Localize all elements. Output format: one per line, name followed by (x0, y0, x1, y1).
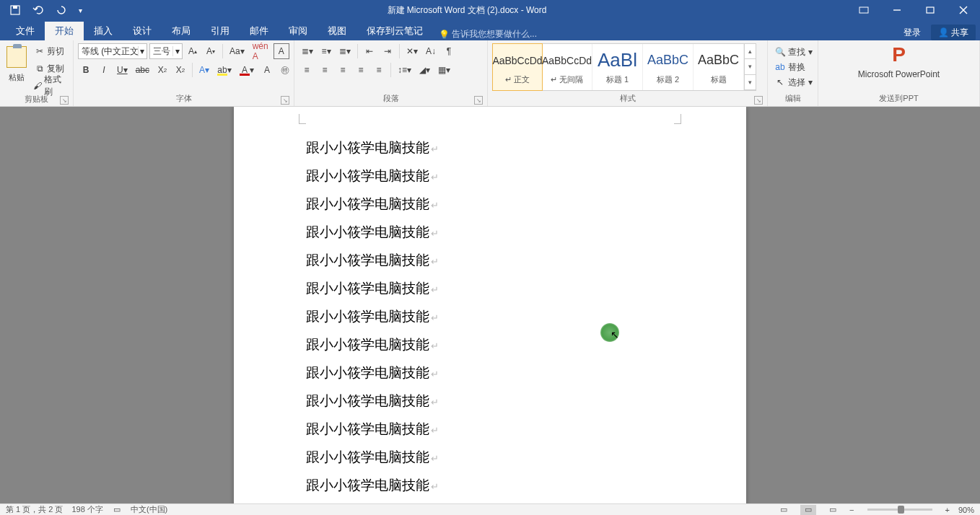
shrink-font-button[interactable]: A▾ (203, 43, 219, 59)
style-normal[interactable]: AaBbCcDd↵ 正文 (492, 43, 543, 91)
superscript-button[interactable]: X2 (172, 62, 188, 78)
decrease-indent-button[interactable]: ⇤ (362, 43, 377, 59)
styles-gallery[interactable]: AaBbCcDd↵ 正文 AaBbCcDd↵ 无间隔 AaBl标题 1 AaBb… (492, 43, 756, 91)
style-no-spacing[interactable]: AaBbCcDd↵ 无间隔 (542, 44, 592, 90)
sort-button[interactable]: A↓ (423, 43, 439, 59)
read-mode-button[interactable]: ▭ (776, 505, 792, 515)
document-content[interactable]: 跟小小筱学电脑技能↵跟小小筱学电脑技能↵跟小小筱学电脑技能↵跟小小筱学电脑技能↵… (234, 107, 746, 503)
document-line[interactable]: 跟小小筱学电脑技能↵ (306, 472, 674, 500)
tab-insert[interactable]: 插入 (84, 22, 123, 40)
styles-dialog-launcher-icon[interactable]: ↘ (754, 96, 763, 105)
tab-review[interactable]: 审阅 (279, 22, 318, 40)
document-line[interactable]: 跟小小筱学电脑技能↵ (306, 303, 674, 331)
phonetic-guide-button[interactable]: wénA (250, 43, 271, 59)
format-painter-button[interactable]: 🖌格式刷 (30, 78, 69, 94)
style-heading2[interactable]: AaBbC标题 2 (643, 44, 694, 90)
align-left-button[interactable]: ≡ (299, 62, 315, 78)
text-direction-button[interactable]: ✕▾ (403, 43, 421, 59)
italic-button[interactable]: I (96, 62, 112, 78)
enclose-char-button[interactable]: ㊕ (277, 62, 293, 78)
paste-button[interactable]: 粘贴 (4, 43, 28, 91)
web-layout-button[interactable]: ▭ (825, 505, 841, 515)
tab-design[interactable]: 设计 (123, 22, 162, 40)
change-case-button[interactable]: Aa▾ (227, 43, 248, 59)
tab-save-cloud[interactable]: 保存到云笔记 (356, 22, 433, 40)
font-size-select[interactable]: 三号▾ (149, 43, 183, 59)
document-line[interactable]: 跟小小筱学电脑技能↵ (306, 190, 674, 219)
character-border-button[interactable]: A (274, 43, 289, 59)
font-dialog-launcher-icon[interactable]: ↘ (281, 96, 289, 105)
text-effects-button[interactable]: A▾ (196, 62, 212, 78)
highlight-button[interactable]: ab▾ (214, 62, 235, 78)
share-button[interactable]: 👤 共享 (931, 25, 976, 40)
zoom-out-button[interactable]: − (849, 506, 854, 514)
tab-references[interactable]: 引用 (201, 22, 240, 40)
borders-button[interactable]: ▦▾ (435, 62, 453, 78)
numbering-button[interactable]: ≡▾ (318, 43, 334, 59)
print-layout-button[interactable]: ▭ (800, 505, 816, 515)
grow-font-button[interactable]: A▴ (185, 43, 201, 59)
save-icon[interactable] (4, 1, 26, 19)
document-line[interactable]: 跟小小筱学电脑技能↵ (306, 219, 674, 247)
minimize-icon[interactable] (880, 0, 914, 20)
distribute-button[interactable]: ≡ (371, 62, 387, 78)
clipboard-dialog-launcher-icon[interactable]: ↘ (60, 96, 69, 105)
align-right-button[interactable]: ≡ (335, 62, 351, 78)
zoom-in-button[interactable]: + (945, 506, 950, 514)
tab-home[interactable]: 开始 (45, 22, 84, 40)
document-area[interactable]: 跟小小筱学电脑技能↵跟小小筱学电脑技能↵跟小小筱学电脑技能↵跟小小筱学电脑技能↵… (0, 107, 980, 503)
redo-icon[interactable] (51, 1, 72, 19)
undo-icon[interactable] (27, 1, 49, 19)
show-marks-button[interactable]: ¶ (441, 43, 457, 59)
status-words[interactable]: 198 个字 (71, 504, 102, 515)
align-center-button[interactable]: ≡ (317, 62, 333, 78)
scroll-down-icon[interactable]: ▾ (745, 59, 756, 74)
document-line[interactable]: 跟小小筱学电脑技能↵ (306, 162, 674, 190)
document-line[interactable]: 跟小小筱学电脑技能↵ (306, 359, 674, 387)
send-to-ppt-button[interactable]: P Microsoft PowerPoint (852, 43, 946, 79)
font-color-button[interactable]: A▾ (237, 62, 257, 78)
zoom-level[interactable]: 90% (958, 506, 974, 514)
tab-mailings[interactable]: 邮件 (240, 22, 279, 40)
find-button[interactable]: 🔍查找 ▾ (772, 45, 815, 59)
tab-view[interactable]: 视图 (318, 22, 356, 40)
strikethrough-button[interactable]: abc (133, 62, 152, 78)
justify-button[interactable]: ≡ (353, 62, 369, 78)
document-line[interactable]: 跟小小筱学电脑技能↵ (306, 134, 674, 162)
cut-button[interactable]: ✂剪切 (30, 43, 69, 59)
login-button[interactable]: 登录 (896, 25, 928, 40)
font-name-select[interactable]: 等线 (中文正文)▾ (78, 43, 147, 59)
document-line[interactable]: 跟小小筱学电脑技能↵ (306, 331, 674, 359)
spellcheck-icon[interactable]: ▭ (112, 505, 122, 515)
status-lang[interactable]: 中文(中国) (131, 504, 167, 515)
zoom-slider[interactable] (867, 509, 932, 511)
bullets-button[interactable]: ≣▾ (299, 43, 316, 59)
page[interactable]: 跟小小筱学电脑技能↵跟小小筱学电脑技能↵跟小小筱学电脑技能↵跟小小筱学电脑技能↵… (234, 107, 746, 503)
status-page[interactable]: 第 1 页，共 2 页 (6, 504, 63, 515)
document-line[interactable]: 跟小小筱学电脑技能↵ (306, 444, 674, 472)
line-spacing-button[interactable]: ↕≡▾ (395, 62, 414, 78)
shading-button[interactable]: ◢▾ (416, 62, 433, 78)
replace-button[interactable]: ab替换 (772, 60, 815, 74)
document-line[interactable]: 跟小小筱学电脑技能↵ (306, 275, 674, 303)
qat-customize-icon[interactable]: ▾ (74, 1, 87, 19)
zoom-slider-knob[interactable] (898, 506, 904, 514)
style-title[interactable]: AaBbC标题 (694, 44, 744, 90)
select-button[interactable]: ↖选择 ▾ (772, 75, 815, 89)
document-line[interactable]: 跟小小筱学电脑技能↵ (306, 247, 674, 275)
char-shading-button[interactable]: A (259, 62, 275, 78)
close-icon[interactable] (947, 0, 980, 20)
paragraph-dialog-launcher-icon[interactable]: ↘ (474, 96, 483, 105)
underline-button[interactable]: U▾ (114, 62, 131, 78)
bold-button[interactable]: B (78, 62, 94, 78)
multilevel-button[interactable]: ≣▾ (336, 43, 354, 59)
tab-file[interactable]: 文件 (6, 22, 45, 40)
subscript-button[interactable]: X2 (154, 62, 170, 78)
style-heading1[interactable]: AaBl标题 1 (592, 44, 643, 90)
styles-scroll[interactable]: ▴▾▾ (744, 44, 756, 90)
tell-me[interactable]: 💡 告诉我您想要做什么... (439, 28, 537, 40)
document-line[interactable]: 跟小小筱学电脑技能↵ (306, 387, 674, 415)
scroll-more-icon[interactable]: ▾ (745, 75, 756, 90)
document-line[interactable]: 跟小小筱学电脑技能↵ (306, 415, 674, 444)
tab-layout[interactable]: 布局 (162, 22, 201, 40)
